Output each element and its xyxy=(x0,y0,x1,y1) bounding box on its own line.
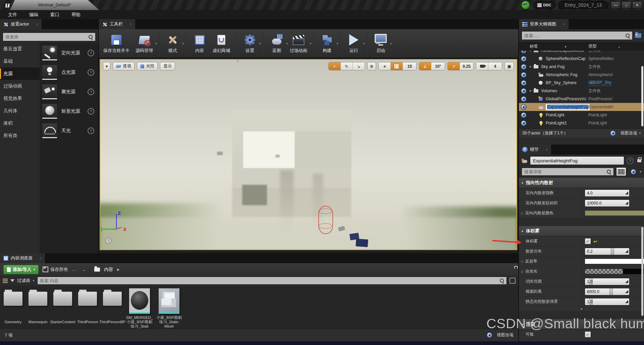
save-search-icon[interactable] xyxy=(509,278,516,284)
chevron-down-icon[interactable]: ∨ xyxy=(236,59,239,64)
details-search-input[interactable] xyxy=(522,169,606,174)
expander-icon[interactable]: ▾ xyxy=(530,89,534,93)
scale-tool-button[interactable]: ↘ xyxy=(353,62,365,70)
property-matrix-button[interactable] xyxy=(616,167,626,176)
actor-type[interactable]: 编辑BP_Sky xyxy=(588,80,611,86)
toolbar-save-button[interactable]: 保存当前关卡 xyxy=(100,33,132,54)
viewport-help-icon[interactable]: ? xyxy=(105,237,112,244)
dropdown-arrow-icon[interactable]: ▾ xyxy=(363,42,365,45)
viewport-lit-button[interactable]: 光照 xyxy=(137,62,158,70)
place-item-spot-light[interactable]: 聚光源? xyxy=(40,82,98,102)
category-cinematic[interactable]: 过场动画 xyxy=(0,80,40,92)
maximize-viewport-button[interactable]: ▣ xyxy=(504,62,514,70)
place-item-rect-light[interactable]: 矩形光源? xyxy=(40,102,98,121)
close-icon[interactable]: × xyxy=(40,256,42,260)
dropdown-arrow-icon[interactable]: ▾ xyxy=(182,42,184,45)
new-folder-icon[interactable] xyxy=(635,33,641,38)
grid-snap-button[interactable] xyxy=(391,62,403,70)
dropdown-arrow-icon[interactable]: ▾ xyxy=(259,42,261,45)
ddc-button[interactable]: DDC xyxy=(533,1,556,9)
tab-world-outliner[interactable]: 世界大纲视图 × xyxy=(519,19,569,29)
value-spinbox[interactable]: 10000.0 xyxy=(585,199,630,207)
selected-capsule-wireframe[interactable] xyxy=(318,206,333,234)
outliner-row-GlobalPostProcessVc[interactable]: GlobalPostProcessVcPostProcess' xyxy=(519,95,644,103)
details-search[interactable] xyxy=(522,168,614,176)
folder-Mannequin[interactable]: Mannequin xyxy=(25,286,50,324)
checkbox[interactable]: ✓ xyxy=(585,331,591,338)
camera-speed-value[interactable]: 4 xyxy=(488,62,502,70)
details-scrollbar[interactable] xyxy=(641,227,643,316)
help-icon[interactable]: ? xyxy=(88,50,94,56)
help-icon[interactable]: ? xyxy=(88,69,94,76)
content-search[interactable] xyxy=(37,277,507,285)
category-visual-effects[interactable]: 视觉效果 xyxy=(0,92,40,105)
dropdown-arrow-icon[interactable]: ▾ xyxy=(390,42,392,45)
close-icon[interactable]: × xyxy=(546,148,548,152)
outliner-row-SphereReflectionCap[interactable]: SphereReflectionCapSphereReflec xyxy=(519,55,644,63)
scale-snap-button[interactable]: ↗ xyxy=(448,62,460,70)
value-spinbox[interactable]: 1.0 xyxy=(585,298,630,305)
toolbar-play-button[interactable]: 运行▾ xyxy=(344,33,364,54)
close-button[interactable]: × xyxy=(632,1,642,9)
outliner-row-Sky and Fog[interactable]: ▾Sky and Fog文件夹 xyxy=(519,63,644,71)
scene-box-actor[interactable] xyxy=(356,239,368,247)
menu-window[interactable]: 窗口 xyxy=(44,10,65,19)
help-icon[interactable]: ? xyxy=(88,127,94,134)
value-spinbox[interactable]: 0.2 xyxy=(585,248,630,255)
visibility-eye-icon[interactable] xyxy=(521,104,527,110)
color-swatch[interactable] xyxy=(585,258,644,264)
checkbox[interactable]: ✓ xyxy=(585,238,591,244)
tab-content-browser[interactable]: 内容浏览器 × xyxy=(0,253,45,263)
place-item-point-light[interactable]: 点光源? xyxy=(40,63,98,82)
outliner-row-ReflectionCaptureActor[interactable]: ▾ReflectionCaptureActor文件夹 xyxy=(519,51,644,55)
row-expand-icon[interactable]: ▷ xyxy=(521,260,524,263)
filter-label[interactable]: 过滤器 xyxy=(17,278,30,284)
visibility-eye-icon[interactable] xyxy=(521,120,527,126)
folder-ThirdPersonBP[interactable]: ThirdPersonBP xyxy=(100,286,125,324)
tab-toolbar[interactable]: 工具栏 × xyxy=(99,19,135,29)
fog-sprite-icon[interactable] xyxy=(217,152,223,155)
toolbar-build-button[interactable]: 构建▾ xyxy=(317,33,337,54)
details-view-options[interactable]: ▾ xyxy=(629,169,641,175)
category-recent[interactable]: 最近放置 xyxy=(0,43,40,55)
angle-snap-button[interactable]: ∠ xyxy=(419,62,431,70)
camera-speed-button[interactable] xyxy=(476,62,488,70)
toolbar-settings-button[interactable]: 设置▾ xyxy=(240,33,260,54)
academy-icon[interactable] xyxy=(521,0,530,10)
lock-icon[interactable] xyxy=(637,159,641,162)
viewport-options-button[interactable]: ▾ xyxy=(103,62,110,70)
breadcrumb[interactable]: 内容 xyxy=(104,267,113,273)
filter-icon[interactable] xyxy=(10,279,14,282)
close-icon[interactable]: × xyxy=(36,22,38,26)
outliner-scrollbar[interactable] xyxy=(641,66,643,126)
forward-button[interactable]: → xyxy=(81,267,86,272)
visibility-eye-icon[interactable] xyxy=(521,56,527,62)
outliner-row-ExponentialHeightFog[interactable]: ExponentialHeightFogExponentialH xyxy=(519,103,644,111)
toolbar-content-button[interactable]: 内容 xyxy=(190,33,210,54)
menu-file[interactable]: 文件 xyxy=(2,10,23,19)
move-tool-button[interactable]: + xyxy=(329,62,341,70)
dropdown-arrow-icon[interactable]: ▾ xyxy=(310,42,311,45)
toolbar-cinematics-button[interactable]: 过场动画▾ xyxy=(287,33,310,54)
angle-snap-value[interactable]: 10° xyxy=(431,62,445,70)
folder-ThirdPerson[interactable]: ThirdPerson xyxy=(75,286,100,324)
content-search-input[interactable] xyxy=(38,278,499,283)
row-expand-icon[interactable]: ▷ xyxy=(521,270,524,273)
breadcrumb-arrow-icon[interactable]: ▶ xyxy=(117,268,119,271)
help-icon[interactable]: ? xyxy=(627,157,634,164)
viewport[interactable]: Z X ? ∨ ▾透视光照显示 +↻↘⊕∗10∠10°↗0.254▣ xyxy=(100,59,517,250)
folder-Geometry[interactable]: Geometry xyxy=(1,286,25,324)
place-item-sky-light[interactable]: 天光? xyxy=(40,121,98,140)
value-spinbox[interactable]: 6000.0 xyxy=(585,288,630,295)
scene-sprite-icon[interactable] xyxy=(275,155,280,158)
content-view-options[interactable]: 视图选项 xyxy=(485,332,514,338)
outliner-row-PointLight2[interactable]: PointLight2PointLight xyxy=(519,119,644,127)
sources-panel-icon[interactable] xyxy=(3,279,8,283)
help-icon[interactable]: ? xyxy=(88,89,94,95)
surface-snap-button[interactable]: ∗ xyxy=(379,62,391,70)
grid-snap-value[interactable]: 10 xyxy=(403,62,416,70)
place-search-input[interactable] xyxy=(3,35,88,40)
reset-to-default-icon[interactable]: ↩ xyxy=(593,239,597,244)
outliner-view-options[interactable]: 视图选项 ▾ xyxy=(608,130,641,136)
restore-button[interactable]: □ xyxy=(622,1,631,9)
